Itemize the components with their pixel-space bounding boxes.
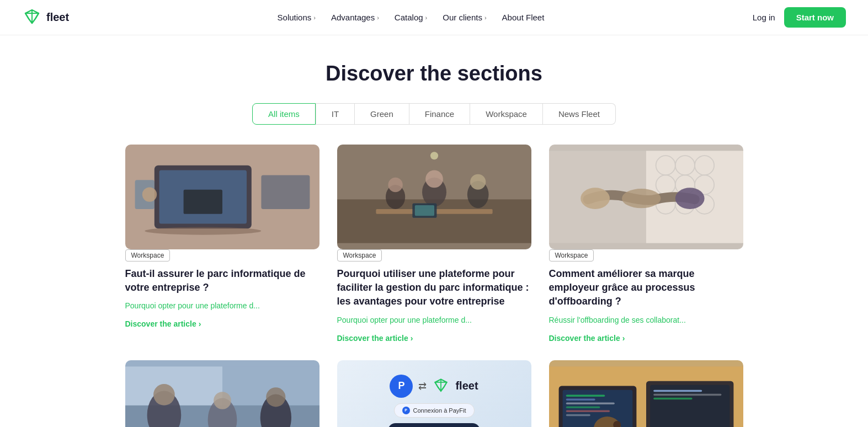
- arrow-icon: ›: [622, 334, 625, 343]
- logo-link[interactable]: fleet: [22, 8, 69, 28]
- article-title: Faut-il assurer le parc informatique de …: [125, 267, 319, 295]
- fleet-logo-small: [432, 377, 450, 395]
- svg-point-31: [581, 188, 610, 209]
- article-excerpt: Pourquoi opter pour une plateforme d...: [125, 300, 319, 312]
- article-image-coding: [549, 360, 743, 427]
- article-image-payfit: P ⇄ fleet P Connexion à PayFit Gérer l: [337, 360, 531, 427]
- nav-about[interactable]: About Fleet: [502, 13, 545, 22]
- svg-rect-53: [566, 414, 590, 416]
- article-link[interactable]: Discover the article ›: [337, 334, 531, 343]
- section-title: Discover the sections: [0, 62, 868, 86]
- chevron-icon: ›: [313, 14, 316, 21]
- payfit-logo-circle: P: [390, 375, 413, 398]
- filter-tab-news-fleet[interactable]: News Fleet: [543, 103, 616, 125]
- article-image-meeting: [337, 145, 531, 249]
- payfit-logo-row: P ⇄ fleet: [390, 375, 478, 398]
- login-button[interactable]: Log in: [753, 13, 775, 22]
- svg-rect-57: [653, 393, 721, 396]
- svg-rect-7: [261, 175, 310, 209]
- svg-rect-52: [566, 410, 609, 412]
- chevron-icon: ›: [484, 14, 487, 21]
- article-card: Workspace Faut-il assurer le parc inform…: [125, 145, 319, 343]
- article-tag: Workspace: [549, 249, 594, 261]
- article-card: Workspace Comment améliorer sa marque em…: [549, 145, 743, 343]
- svg-point-32: [675, 188, 704, 209]
- article-title: Pourquoi utiliser une plateforme pour fa…: [337, 267, 531, 309]
- article-tag: Workspace: [337, 249, 382, 261]
- svg-point-38: [153, 384, 175, 405]
- svg-rect-49: [566, 398, 595, 401]
- logo-text: fleet: [46, 11, 69, 24]
- articles-grid: Workspace Faut-il assurer le parc inform…: [103, 145, 765, 427]
- article-link[interactable]: Discover the article ›: [549, 334, 743, 343]
- payfit-connexion-pill: P Connexion à PayFit: [394, 403, 475, 418]
- fleet-text-payfit: fleet: [455, 380, 478, 392]
- article-card: Workspace Pourquoi utiliser une platefor…: [337, 145, 531, 343]
- svg-rect-48: [566, 394, 604, 397]
- svg-point-33: [622, 189, 661, 208]
- filter-tab-workspace[interactable]: Workspace: [470, 103, 543, 125]
- nav-clients[interactable]: Our clients ›: [443, 13, 486, 22]
- nav-solutions[interactable]: Solutions ›: [278, 13, 316, 22]
- arrow-icon: ›: [199, 319, 201, 328]
- arrow-icon: ›: [411, 334, 413, 343]
- start-now-button[interactable]: Start now: [784, 7, 846, 28]
- svg-rect-18: [414, 205, 434, 216]
- svg-point-16: [470, 174, 486, 190]
- nav-right: Log in Start now: [753, 7, 846, 28]
- svg-point-19: [430, 152, 438, 159]
- article-title: Comment améliorer sa marque employeur gr…: [549, 267, 743, 309]
- svg-rect-58: [653, 397, 692, 399]
- article-excerpt: Réussir l'offboarding de ses collaborat.…: [549, 314, 743, 326]
- nav-catalog[interactable]: Catalog ›: [395, 13, 427, 22]
- article-excerpt: Pourquoi opter pour une plateforme d...: [337, 314, 531, 326]
- article-card: [549, 360, 743, 427]
- filter-tab-green[interactable]: Green: [355, 103, 409, 125]
- filter-tab-all-items[interactable]: All items: [252, 103, 316, 125]
- article-tag: Workspace: [125, 249, 171, 261]
- payfit-pill-icon: P: [402, 407, 410, 414]
- svg-point-40: [214, 392, 231, 409]
- svg-rect-51: [566, 406, 600, 408]
- nav-advantages[interactable]: Advantages ›: [331, 13, 379, 22]
- filter-tab-it[interactable]: IT: [316, 103, 355, 125]
- svg-point-6: [142, 187, 156, 201]
- payfit-arrows-icon: ⇄: [418, 380, 427, 392]
- filter-tabs: All items IT Green Finance Workspace New…: [0, 103, 868, 125]
- svg-rect-4: [183, 190, 222, 214]
- payfit-gerer-button[interactable]: Gérer les équipements: [388, 423, 480, 427]
- section-title-area: Discover the sections: [0, 35, 868, 103]
- svg-point-42: [266, 387, 285, 407]
- article-image-handshake: [549, 145, 743, 249]
- article-link[interactable]: Discover the article ›: [125, 319, 319, 328]
- article-card: [125, 360, 319, 427]
- article-card-payfit: P ⇄ fleet P Connexion à PayFit Gérer l: [337, 360, 531, 427]
- svg-point-3: [145, 227, 261, 235]
- navbar: fleet Solutions › Advantages › Catalog ›…: [0, 0, 868, 35]
- article-image-writing: [125, 360, 319, 427]
- svg-rect-50: [566, 402, 614, 404]
- svg-rect-56: [653, 389, 702, 392]
- article-image-laptop: [125, 145, 319, 249]
- svg-point-12: [388, 178, 402, 192]
- chevron-icon: ›: [425, 14, 428, 21]
- chevron-icon: ›: [377, 14, 379, 21]
- fleet-logo-icon: [22, 8, 42, 28]
- svg-point-14: [425, 170, 443, 188]
- nav-links: Solutions › Advantages › Catalog › Our c…: [278, 13, 545, 22]
- filter-tab-finance[interactable]: Finance: [409, 103, 470, 125]
